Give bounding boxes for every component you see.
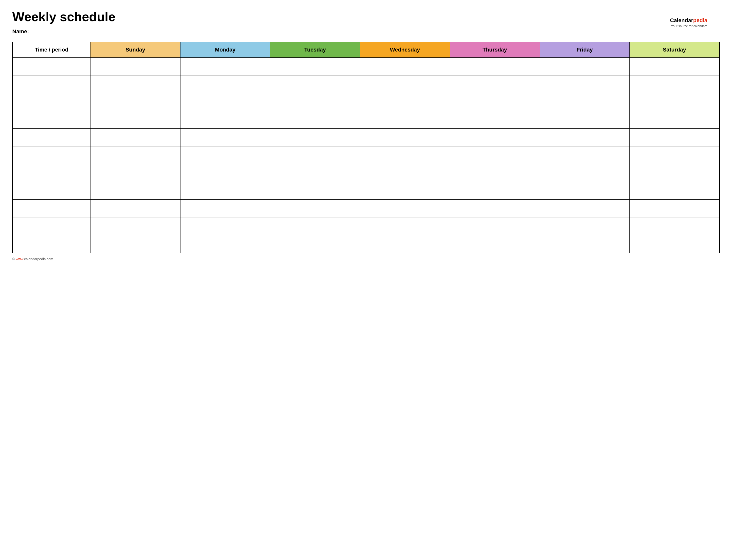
table-cell[interactable] [13,235,90,253]
table-cell[interactable] [90,200,180,217]
table-row [13,129,719,146]
table-cell[interactable] [630,146,720,164]
table-cell[interactable] [360,111,450,129]
table-cell[interactable] [540,58,629,75]
table-cell[interactable] [540,235,629,253]
table-cell[interactable] [450,75,540,93]
table-cell[interactable] [450,93,540,111]
table-cell[interactable] [90,93,180,111]
table-cell[interactable] [630,200,720,217]
table-cell[interactable] [270,129,360,146]
table-cell[interactable] [90,75,180,93]
table-cell[interactable] [540,93,629,111]
table-cell[interactable] [540,146,629,164]
table-cell[interactable] [270,111,360,129]
table-cell[interactable] [180,235,270,253]
table-cell[interactable] [180,182,270,200]
table-cell[interactable] [13,217,90,235]
table-cell[interactable] [180,164,270,182]
table-cell[interactable] [270,200,360,217]
table-cell[interactable] [270,146,360,164]
footer-url: calendarpedia.com [24,257,53,261]
table-cell[interactable] [90,58,180,75]
table-cell[interactable] [450,217,540,235]
table-cell[interactable] [270,164,360,182]
table-cell[interactable] [13,164,90,182]
table-cell[interactable] [630,111,720,129]
table-cell[interactable] [360,164,450,182]
table-cell[interactable] [630,75,720,93]
table-cell[interactable] [630,164,720,182]
table-cell[interactable] [540,164,629,182]
table-cell[interactable] [180,217,270,235]
table-cell[interactable] [13,93,90,111]
table-cell[interactable] [450,129,540,146]
table-cell[interactable] [360,146,450,164]
table-row [13,200,719,217]
table-cell[interactable] [630,182,720,200]
table-cell[interactable] [90,182,180,200]
table-cell[interactable] [90,164,180,182]
table-cell[interactable] [360,75,450,93]
table-cell[interactable] [180,129,270,146]
table-cell[interactable] [450,235,540,253]
table-cell[interactable] [450,58,540,75]
table-cell[interactable] [540,217,629,235]
table-cell[interactable] [90,111,180,129]
table-cell[interactable] [360,235,450,253]
table-cell[interactable] [540,111,629,129]
table-row [13,58,719,75]
table-cell[interactable] [180,200,270,217]
table-cell[interactable] [90,129,180,146]
table-cell[interactable] [13,129,90,146]
table-cell[interactable] [540,200,629,217]
table-row [13,146,719,164]
table-cell[interactable] [360,129,450,146]
table-cell[interactable] [360,217,450,235]
table-cell[interactable] [630,217,720,235]
table-cell[interactable] [13,200,90,217]
table-row [13,217,719,235]
table-cell[interactable] [13,146,90,164]
logo-brand: Calendarpedia [670,17,707,24]
table-cell[interactable] [450,182,540,200]
header-thursday: Thursday [450,42,540,58]
table-cell[interactable] [90,217,180,235]
table-cell[interactable] [13,182,90,200]
header-wednesday: Wednesday [360,42,450,58]
table-cell[interactable] [630,58,720,75]
table-cell[interactable] [270,58,360,75]
table-cell[interactable] [90,235,180,253]
table-cell[interactable] [270,93,360,111]
table-cell[interactable] [360,58,450,75]
table-cell[interactable] [540,129,629,146]
table-cell[interactable] [270,182,360,200]
table-cell[interactable] [630,93,720,111]
table-cell[interactable] [540,75,629,93]
table-cell[interactable] [540,182,629,200]
table-cell[interactable] [13,75,90,93]
table-cell[interactable] [13,111,90,129]
table-cell[interactable] [180,111,270,129]
table-cell[interactable] [180,93,270,111]
table-cell[interactable] [360,93,450,111]
table-cell[interactable] [180,75,270,93]
table-cell[interactable] [360,200,450,217]
table-cell[interactable] [360,182,450,200]
table-cell[interactable] [450,200,540,217]
name-label: Name: [12,28,720,35]
table-cell[interactable] [450,164,540,182]
table-cell[interactable] [180,146,270,164]
table-cell[interactable] [180,58,270,75]
table-cell[interactable] [13,58,90,75]
table-cell[interactable] [450,111,540,129]
table-cell[interactable] [270,75,360,93]
table-cell[interactable] [450,146,540,164]
table-cell[interactable] [90,146,180,164]
table-cell[interactable] [270,235,360,253]
table-cell[interactable] [630,129,720,146]
table-row [13,111,719,129]
page-title: Weekly schedule [12,10,720,24]
table-cell[interactable] [630,235,720,253]
table-cell[interactable] [270,217,360,235]
